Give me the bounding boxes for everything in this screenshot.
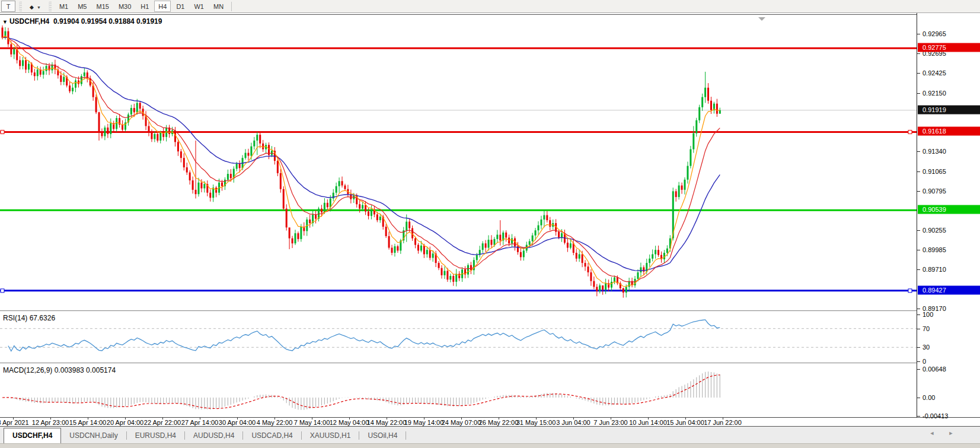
tab-eurusd-h4[interactable]: EURUSD,H4: [127, 429, 184, 443]
toolbar-grip: [19, 2, 22, 11]
price-tick-mark: [917, 230, 920, 231]
rsi-pane: RSI(14) 67.6326: [0, 312, 917, 363]
cursor-tool-icon: ◆: [30, 4, 34, 10]
price-tick-label: 0: [922, 358, 926, 365]
chart-title-ohlc: 0.91904 0.91954 0.91884 0.91919: [53, 17, 162, 26]
line-handle-right[interactable]: [908, 289, 912, 293]
symbol-marker-icon: ▼: [2, 19, 8, 25]
time-tick-label: 8 Apr 2021: [0, 419, 29, 426]
time-tick-label: 14 May 22:00: [367, 419, 407, 426]
timeframe-button-m30[interactable]: M30: [114, 1, 135, 12]
price-tick-mark: [917, 250, 920, 250]
level-price-badge: 0.91618: [918, 127, 980, 136]
price-tick-label: 0.92965: [922, 30, 946, 37]
price-tick-label: 70: [922, 325, 930, 332]
ma-slow-line: [2, 37, 720, 271]
price-tick-mark: [917, 269, 920, 270]
chart-title-symbol: USDCHF,H4: [9, 17, 49, 26]
dropdown-arrow-icon: ▼: [37, 5, 41, 9]
price-tick-label: 0.00: [922, 394, 935, 401]
time-tick-label: 27 Apr 14:00: [181, 419, 218, 426]
rsi-label: RSI(14) 67.6326: [3, 314, 55, 322]
price-tick-mark: [917, 314, 920, 315]
time-tick-label: 26 May 22:00: [479, 419, 519, 426]
tab-xauusd-h1[interactable]: XAUUSD,H1: [302, 429, 359, 443]
horizontal-level-line[interactable]: [0, 130, 917, 134]
horizontal-level-line[interactable]: [0, 289, 917, 293]
tab-usoil-h4[interactable]: USOil,H4: [359, 429, 406, 443]
text-tool-button[interactable]: T: [1, 1, 15, 12]
time-tick-label: 7 May 14:00: [294, 419, 330, 426]
time-tick-label: 4 May 22:00: [257, 419, 293, 426]
price-tick-label: 0.92150: [922, 90, 946, 97]
price-tick-label: 0.91065: [922, 168, 946, 175]
terminal-window: T ◆ ▼ M1 M5 M15 M30 H1 H4 D1 W1 MN ▼USDC…: [0, 0, 980, 448]
tab-scroll-left-button[interactable]: ◄: [925, 430, 938, 440]
price-tick-mark: [917, 369, 920, 370]
price-tick-mark: [917, 361, 920, 362]
line-handle-right[interactable]: [908, 130, 912, 134]
chart-shift-marker[interactable]: [758, 17, 765, 21]
level-price-badge: 0.92775: [918, 43, 980, 52]
level-price-badge: 0.90539: [918, 205, 980, 214]
timeframe-button-d1[interactable]: D1: [172, 1, 189, 12]
ma-fast-line: [2, 36, 720, 287]
timeframe-button-m1[interactable]: M1: [55, 1, 72, 12]
price-tick-label: 0.90255: [922, 227, 946, 234]
main-chart-pane: ▼USDCHF,H4 0.91904 0.91954 0.91884 0.919…: [0, 14, 917, 312]
price-tick-label: 0.00648: [922, 366, 946, 373]
price-tick-mark: [917, 171, 920, 172]
time-tick-label: 3 Jun 04:00: [556, 419, 590, 426]
price-tick-label: 0.90795: [922, 188, 946, 195]
price-tick-mark: [917, 34, 920, 34]
timeframe-button-h4[interactable]: H4: [154, 1, 171, 12]
toolbar-separator: [231, 2, 232, 11]
timeframe-button-m5[interactable]: M5: [74, 1, 91, 12]
price-axis[interactable]: 0.929650.926950.924250.921500.913400.910…: [917, 13, 980, 417]
toolbar-grip-2: [49, 2, 52, 11]
candles: [2, 26, 721, 298]
price-tick-mark: [917, 329, 920, 329]
chart-area: ▼USDCHF,H4 0.91904 0.91954 0.91884 0.919…: [0, 13, 980, 427]
price-tick-label: -0.00413: [922, 412, 948, 420]
time-tick-label: 17 Jun 22:00: [704, 419, 742, 426]
price-tick-label: 100: [922, 311, 933, 318]
price-tick-mark: [917, 191, 920, 192]
price-tick-mark: [917, 309, 920, 309]
ma-mid-line: [2, 37, 720, 282]
price-tick-mark: [917, 73, 920, 74]
timeframe-button-w1[interactable]: W1: [190, 1, 208, 12]
price-tick-mark: [917, 93, 920, 94]
price-tick-mark: [917, 53, 920, 54]
tab-audusd-h4[interactable]: AUDUSD,H4: [185, 429, 242, 443]
time-axis[interactable]: 8 Apr 202112 Apr 23:0015 Apr 14:0020 Apr…: [0, 417, 980, 427]
price-tick-mark: [917, 398, 920, 398]
time-tick-label: 15 Jun 04:00: [666, 419, 704, 426]
price-tick-label: 0.89985: [922, 246, 946, 253]
timeframe-button-h1[interactable]: H1: [136, 1, 153, 12]
tab-usdchf-h4[interactable]: USDCHF,H4: [4, 428, 61, 443]
tab-scroll-right-button[interactable]: ►: [944, 430, 957, 440]
timeframe-button-mn[interactable]: MN: [209, 1, 228, 12]
time-tick-label: 22 Apr 22:00: [144, 419, 181, 426]
time-tick-label: 10 Jun 14:00: [629, 419, 667, 426]
time-tick-label: 20 Apr 04:00: [107, 419, 143, 426]
line-handle-left[interactable]: [1, 289, 4, 293]
chart-title: ▼USDCHF,H4 0.91904 0.91954 0.91884 0.919…: [2, 17, 162, 26]
status-strip: [0, 443, 980, 448]
price-tick-label: 0.89710: [922, 266, 946, 273]
price-tick-mark: [917, 151, 920, 152]
line-handle-left[interactable]: [1, 130, 4, 134]
time-tick-label: 15 Apr 14:00: [69, 419, 106, 426]
timeframe-button-m15[interactable]: M15: [92, 1, 113, 12]
rsi-plot: [0, 312, 917, 363]
toolbar: T ◆ ▼ M1 M5 M15 M30 H1 H4 D1 W1 MN: [0, 0, 980, 13]
time-tick-label: 12 May 04:00: [330, 419, 369, 426]
price-tick-mark: [917, 347, 920, 348]
macd-plot: [0, 364, 917, 417]
time-tick-label: 12 Apr 23:00: [32, 419, 69, 426]
tab-usdcad-h4[interactable]: USDCAD,H4: [243, 429, 301, 443]
cursor-tool-button[interactable]: ◆ ▼: [25, 1, 45, 12]
tab-usdcnh-daily[interactable]: USDCNH,Daily: [61, 429, 126, 443]
current-price-badge: 0.91919: [918, 105, 980, 114]
